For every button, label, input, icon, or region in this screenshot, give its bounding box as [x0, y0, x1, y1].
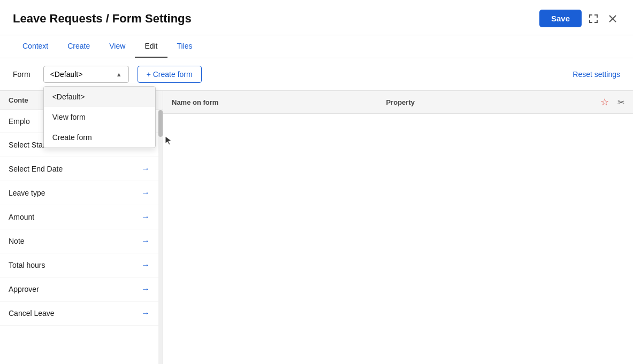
expand-button[interactable]: [586, 11, 601, 26]
dropdown-item-default[interactable]: <Default>: [44, 87, 155, 107]
form-selected-value: <Default>: [50, 70, 83, 79]
col-header-name: Name on form: [172, 98, 386, 106]
arrow-right-icon: →: [141, 308, 150, 318]
toolbar: Form <Default> ▲ <Default> View form Cre…: [0, 58, 633, 91]
page-header: Leave Requests / Form Settings Save: [0, 0, 633, 35]
field-item-total-hours[interactable]: Total hours →: [0, 253, 158, 277]
tabs-bar: Context Create View Edit Tiles: [0, 35, 633, 58]
tab-edit[interactable]: Edit: [135, 35, 167, 58]
field-item-leave-type[interactable]: Leave type →: [0, 181, 158, 205]
arrow-right-icon: →: [141, 164, 150, 174]
chevron-up-icon: ▲: [116, 71, 122, 78]
field-list: Emplo Select Start Date → Select End Dat…: [0, 110, 158, 364]
tab-view[interactable]: View: [100, 35, 135, 58]
left-panel-title: Conte: [9, 96, 28, 104]
dropdown-item-view-form[interactable]: View form: [44, 107, 155, 127]
field-item-cancel-leave[interactable]: Cancel Leave →: [0, 301, 158, 326]
header-actions: Save: [539, 10, 620, 27]
field-item-note[interactable]: Note →: [0, 229, 158, 253]
tab-tiles[interactable]: Tiles: [167, 35, 202, 58]
col-header-property: Property: [386, 98, 601, 106]
right-panel-content: [163, 114, 633, 364]
form-select-wrapper: <Default> ▲ <Default> View form Create f…: [43, 66, 129, 83]
arrow-right-icon: →: [141, 212, 150, 222]
field-item-approver[interactable]: Approver →: [0, 277, 158, 301]
form-dropdown: <Default> View form Create form: [43, 86, 156, 148]
scissors-icon[interactable]: ✂: [617, 97, 624, 107]
arrow-right-icon: →: [141, 284, 150, 294]
scrollbar-thumb[interactable]: [158, 110, 163, 137]
reset-settings-link[interactable]: Reset settings: [573, 70, 620, 79]
save-button[interactable]: Save: [539, 10, 582, 27]
right-panel: Name on form Property ☆ ✂: [163, 91, 633, 364]
tab-context[interactable]: Context: [13, 35, 58, 58]
close-button[interactable]: [605, 11, 620, 26]
arrow-right-icon: →: [141, 260, 150, 270]
create-form-button[interactable]: + Create form: [138, 66, 202, 83]
page-title: Leave Requests / Form Settings: [13, 12, 192, 26]
arrow-right-icon: →: [141, 236, 150, 246]
tab-create[interactable]: Create: [58, 35, 100, 58]
right-panel-header: Name on form Property ☆ ✂: [163, 91, 633, 114]
form-label: Form: [13, 70, 30, 79]
scrollbar-track[interactable]: [158, 110, 163, 364]
dropdown-item-create-form[interactable]: Create form: [44, 127, 155, 148]
col-header-actions: ☆ ✂: [600, 96, 624, 108]
form-select-button[interactable]: <Default> ▲: [43, 66, 129, 83]
field-item-end-date[interactable]: Select End Date →: [0, 157, 158, 181]
arrow-right-icon: →: [141, 188, 150, 198]
field-item-amount[interactable]: Amount →: [0, 205, 158, 229]
star-icon[interactable]: ☆: [600, 96, 609, 108]
